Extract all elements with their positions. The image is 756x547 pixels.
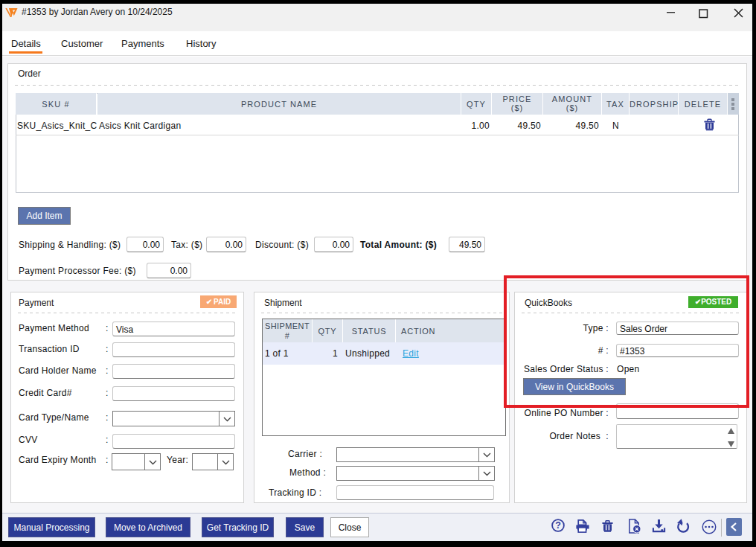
svg-text:?: ? bbox=[555, 520, 561, 531]
